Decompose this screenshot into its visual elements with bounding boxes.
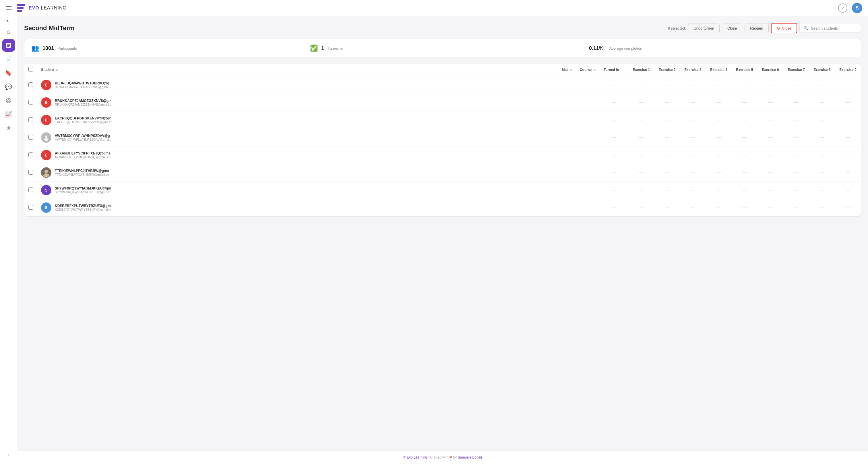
logo-text: EVO LEARNING (29, 5, 67, 11)
exercise-dash: — (716, 170, 721, 175)
exercise-9-cell: — (835, 147, 861, 164)
exercise-3-cell: — (680, 182, 706, 199)
user-avatar[interactable]: S (852, 3, 862, 13)
table-row: E BLURLUQAVAWBTWTBBRXO@g BLURLUQAVAWBTWT… (24, 76, 861, 94)
exercise-7-cell: — (783, 129, 809, 147)
row-checkbox-cell (24, 129, 37, 147)
student-info: VWTBMXCYWPLWHNPSZDAV@g VWTBMXCYWPLWHNPSZ… (55, 134, 112, 141)
exercise-7-cell: — (783, 112, 809, 129)
row-checkbox-cell (24, 164, 37, 182)
exercise-5-cell: — (732, 164, 757, 182)
exercise-dash: — (820, 118, 825, 122)
exercise-4-cell: — (706, 129, 732, 147)
sidebar-item-analytics[interactable]: 📈 (2, 108, 15, 121)
student-cell: E AFXANUHLFYVCIFRFXNJQ@gma AFXANUHLFYVCI… (37, 147, 558, 164)
student-info: EACRKQQDFPGRGKENVVYN@gr EACRKQQDFPGRGKEN… (55, 116, 113, 124)
stat-average: 0.11% Average completion (582, 39, 861, 57)
exercise-5-cell: — (732, 129, 757, 147)
course-cell (576, 112, 600, 129)
exercise-7-cell: — (783, 182, 809, 199)
exercise-8-cell: — (809, 94, 835, 112)
student-email: BLURLUQAVAWBTWTBBRXO@gmail. (55, 85, 110, 89)
svg-line-12 (7, 99, 9, 101)
undo-turn-in-button[interactable]: Undo turn-in (688, 24, 720, 33)
exercise-7-cell: — (783, 76, 809, 94)
exercise-dash: — (768, 100, 773, 105)
sidebar-item-bookmark[interactable]: 🔖 (2, 67, 15, 79)
close-button[interactable]: Close (722, 24, 742, 33)
sidebar-collapse-button[interactable]: ‹ (2, 448, 15, 461)
row-checkbox[interactable] (28, 187, 33, 192)
exercise-dash: — (691, 205, 695, 210)
row-checkbox[interactable] (28, 152, 33, 157)
footer-author-link[interactable]: Samuele Bonini (458, 455, 482, 459)
exercise-dash: — (768, 170, 773, 175)
turned-in-dash: — (612, 100, 616, 105)
sidebar-item-docs[interactable]: 📄 (2, 53, 15, 65)
exercise-dash: — (742, 83, 747, 87)
col-header-exercise-2: Exercise 2 (654, 63, 680, 76)
sidebar-item-chat[interactable]: 💬 (2, 81, 15, 93)
student-cell: E RRUKKACPZJAMOZGZKNVS@gm RRUKKACPZJAMOZ… (37, 94, 558, 112)
student-filter-icon[interactable]: ≡ (56, 68, 58, 71)
help-button[interactable]: ? (838, 3, 847, 12)
row-checkbox-cell (24, 112, 37, 129)
select-all-checkbox[interactable] (28, 67, 33, 71)
mat-cell (558, 76, 576, 94)
sidebar-item-assignments[interactable] (2, 39, 15, 52)
course-cell (576, 94, 600, 112)
exercise-dash: — (794, 118, 799, 122)
exercise-5-cell: — (732, 199, 757, 216)
exercise-7-cell: — (783, 164, 809, 182)
exercise-6-cell: — (757, 147, 783, 164)
students-table-container: Student ≡ Mat ≡ Course ≡ Turned in Exerc… (24, 63, 861, 217)
exercise-2-cell: — (654, 112, 680, 129)
sidebar-item-home[interactable]: ⌂ (2, 25, 15, 38)
exercise-6-cell: — (757, 199, 783, 216)
footer-evo-link[interactable]: © Evo Learning (403, 455, 427, 459)
exercise-5-cell: — (732, 112, 757, 129)
exercise-dash: — (691, 118, 695, 122)
row-checkbox[interactable] (28, 170, 33, 175)
exercise-dash: — (716, 187, 721, 192)
reopen-button[interactable]: Reopen (745, 24, 769, 33)
sidebar-item-star[interactable]: ★ (2, 122, 15, 134)
avatar-placeholder-icon (43, 134, 50, 141)
page-title: Second MidTerm (24, 24, 74, 32)
row-checkbox[interactable] (28, 118, 33, 122)
student-email: EACRKQQDFPGRGKENVVYN@gmail.c (55, 120, 113, 124)
row-checkbox[interactable] (28, 83, 33, 87)
exercise-dash: — (794, 100, 799, 105)
exercise-dash: — (742, 187, 747, 192)
participants-label: Participants (57, 46, 77, 51)
exercise-dash: — (794, 83, 799, 87)
student-name: EACRKQQDFPGRGKENVVYN@gr (55, 116, 113, 120)
exercise-dash: — (691, 152, 695, 157)
sidebar-user-label: A.. (2, 20, 15, 23)
student-name: VWTBMXCYWPLWHNPSZDAV@g (55, 134, 112, 138)
student-info: AFXANUHLFYVCIFRFXNJQ@gma AFXANUHLFYVCIFR… (55, 151, 111, 159)
row-checkbox[interactable] (28, 205, 33, 210)
row-checkbox[interactable] (28, 135, 33, 140)
exercise-dash: — (846, 118, 850, 122)
footer: © Evo Learning · Crafted with ❤ by Samue… (17, 451, 868, 464)
mat-filter-icon[interactable]: ≡ (570, 68, 571, 71)
close-danger-button[interactable]: ⊘ Close (771, 23, 797, 33)
student-email: TTEIKIEWNLPFCJITHBRW@gmail.co (55, 173, 109, 176)
search-input[interactable] (811, 26, 857, 30)
turned-in-dash: — (612, 205, 616, 210)
student-cell: S KDEBERFXPUTWRYTBZUFX@gm KDEBERFXPUTWRY… (37, 199, 558, 216)
col-header-course: Course ≡ (576, 63, 600, 76)
sidebar-item-integrations[interactable] (2, 94, 15, 107)
svg-line-11 (9, 99, 10, 101)
student-email: VWTBMXCYWPLWHNPSZDAV@gmail. (55, 138, 112, 141)
exercise-3-cell: — (680, 112, 706, 129)
exercise-2-cell: — (654, 147, 680, 164)
exercise-dash: — (639, 100, 644, 105)
student-info: RRUKKACPZJAMOZGZKNVS@gm RRUKKACPZJAMOZGZ… (55, 99, 112, 106)
exercise-4-cell: — (706, 199, 732, 216)
exercise-dash: — (639, 152, 644, 157)
course-filter-icon[interactable]: ≡ (594, 68, 596, 71)
hamburger-menu[interactable] (6, 6, 11, 10)
row-checkbox[interactable] (28, 100, 33, 104)
